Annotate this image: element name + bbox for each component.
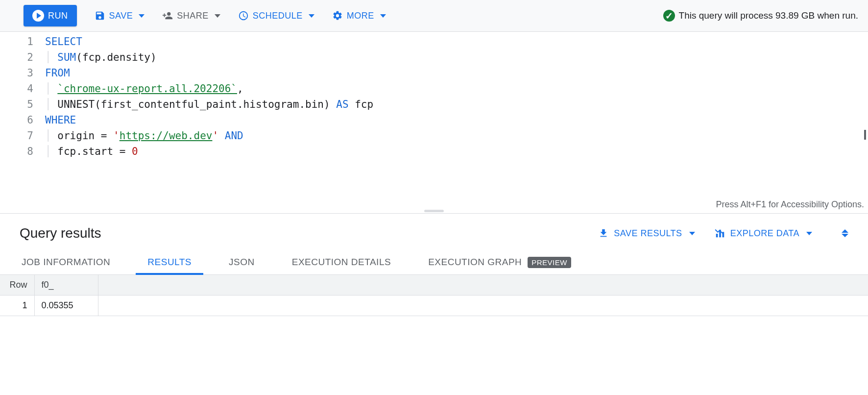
save-icon <box>95 10 105 21</box>
chevron-down-icon <box>842 234 848 237</box>
query-status: ✓ This query will process 93.89 GB when … <box>663 10 858 22</box>
results-title: Query results <box>20 225 101 241</box>
check-circle-icon: ✓ <box>663 10 675 22</box>
chevron-down-icon <box>215 14 220 18</box>
tab-job-information[interactable]: JOB INFORMATION <box>20 250 112 274</box>
line-number: 3 <box>0 65 33 81</box>
save-results-label: SAVE RESULTS <box>614 228 682 239</box>
chevron-down-icon <box>139 14 145 18</box>
more-button[interactable]: MORE <box>332 10 386 21</box>
line-number: 1 <box>0 34 33 49</box>
results-header: Query results SAVE RESULTS EXPLORE DATA <box>0 213 868 250</box>
col-empty <box>98 275 868 296</box>
chevron-down-icon <box>309 14 314 18</box>
query-toolbar: RUN SAVE SHARE SCHEDULE MORE ✓ This quer… <box>0 0 868 32</box>
sql-editor[interactable]: 1 2 3 4 5 6 7 8 SELECT │ SUM(fcp.density… <box>0 32 868 213</box>
table-row[interactable]: 1 0.05355 <box>0 296 868 316</box>
line-number: 7 <box>0 128 33 144</box>
tab-json[interactable]: JSON <box>227 250 257 274</box>
line-number: 4 <box>0 81 33 97</box>
tab-execution-details[interactable]: EXECUTION DETAILS <box>290 250 393 274</box>
share-button[interactable]: SHARE <box>162 10 220 21</box>
results-tabs: JOB INFORMATION RESULTS JSON EXECUTION D… <box>0 250 868 275</box>
cell-empty <box>98 296 868 316</box>
person-add-icon <box>162 10 173 21</box>
cell-rownum: 1 <box>0 296 34 316</box>
code-area[interactable]: SELECT │ SUM(fcp.density) FROM │ `chrome… <box>43 34 868 213</box>
col-f0: f0_ <box>34 275 98 296</box>
expand-collapse-button[interactable] <box>842 229 848 237</box>
line-number: 2 <box>0 49 33 65</box>
tab-execution-graph-label: EXECUTION GRAPH <box>428 257 522 267</box>
gear-icon <box>332 10 343 21</box>
results-table: Row f0_ 1 0.05355 <box>0 275 868 316</box>
chevron-down-icon <box>806 232 812 235</box>
line-number: 6 <box>0 112 33 128</box>
schedule-button[interactable]: SCHEDULE <box>238 10 314 21</box>
schedule-label: SCHEDULE <box>253 11 303 21</box>
line-number: 8 <box>0 144 33 159</box>
share-label: SHARE <box>177 11 209 21</box>
resize-handle[interactable] <box>424 210 444 212</box>
explore-data-button[interactable]: EXPLORE DATA <box>715 228 812 239</box>
line-gutter: 1 2 3 4 5 6 7 8 <box>0 34 43 213</box>
col-row: Row <box>0 275 34 296</box>
explore-data-label: EXPLORE DATA <box>730 228 799 239</box>
play-icon <box>32 10 44 22</box>
tab-results[interactable]: RESULTS <box>145 250 193 274</box>
save-results-button[interactable]: SAVE RESULTS <box>598 228 695 239</box>
run-button[interactable]: RUN <box>24 5 77 26</box>
tab-execution-graph[interactable]: EXECUTION GRAPH PREVIEW <box>426 250 573 274</box>
chevron-down-icon <box>380 14 386 18</box>
chevron-up-icon <box>842 229 848 233</box>
line-number: 5 <box>0 97 33 112</box>
status-text: This query will process 93.89 GB when ru… <box>679 10 858 21</box>
save-button[interactable]: SAVE <box>95 10 145 21</box>
chart-icon <box>715 228 725 239</box>
preview-badge: PREVIEW <box>528 257 571 268</box>
clock-icon <box>238 10 249 21</box>
caret-icon <box>864 130 866 140</box>
more-label: MORE <box>347 11 374 21</box>
accessibility-hint: Press Alt+F1 for Accessibility Options. <box>716 197 864 212</box>
run-label: RUN <box>48 11 68 21</box>
download-icon <box>598 228 609 239</box>
chevron-down-icon <box>689 232 695 235</box>
cell-value: 0.05355 <box>34 296 98 316</box>
save-label: SAVE <box>109 11 133 21</box>
